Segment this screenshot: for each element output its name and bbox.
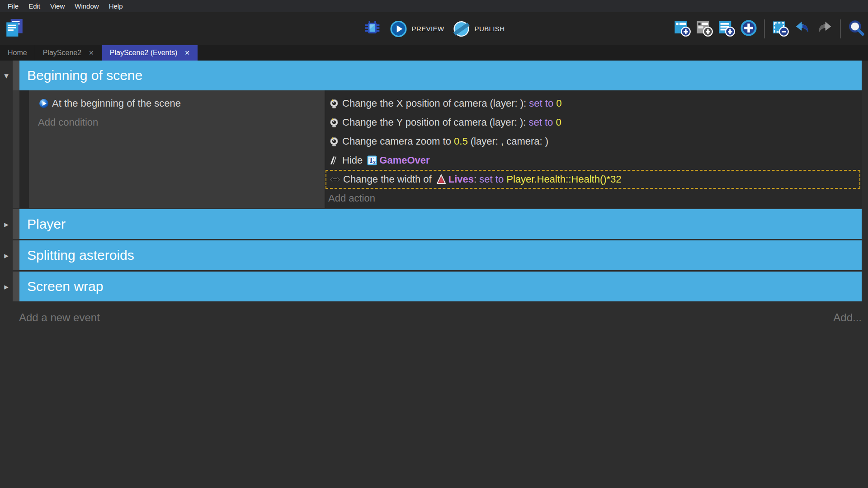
event-group-screen-wrap: ▸Screen wrap: [0, 272, 868, 301]
event-group-player: ▸Player: [0, 209, 868, 239]
preview-play-icon: [390, 20, 408, 38]
toolbar-right-group: [673, 12, 865, 45]
menu-item-file[interactable]: File: [3, 0, 24, 12]
toggle-event-disabled-icon: [772, 19, 789, 38]
tab-close-icon[interactable]: ✕: [184, 49, 190, 56]
event-group-header[interactable]: Splitting asteroids: [19, 240, 862, 270]
main-toolbar: PREVIEW PUBLISH: [0, 12, 868, 45]
add-condition-link[interactable]: Add condition: [29, 113, 325, 132]
project-manager-icon: [4, 18, 25, 40]
event-content: At the beginning of the sceneAdd conditi…: [19, 90, 862, 208]
width-icon: [329, 174, 341, 185]
event-expander[interactable]: ▸: [0, 240, 13, 270]
event-beginning-of-scene: ▾ Beginning of scene At the beginning of…: [0, 61, 868, 208]
add-subevent-icon: [696, 19, 713, 38]
action-text-part: (layer: , camera: ): [468, 136, 548, 147]
menu-item-window[interactable]: Window: [70, 0, 104, 12]
text-object-icon: Tx: [366, 155, 378, 166]
add-other-event-button[interactable]: [740, 20, 758, 38]
toolbar-center-group: PREVIEW PUBLISH: [363, 12, 505, 45]
action-row[interactable]: Change the X position of camera (layer: …: [326, 94, 862, 113]
action-text-part: Change the width of: [343, 174, 434, 185]
tab-label: Home: [8, 49, 27, 57]
add-new-event-link[interactable]: Add a new event: [19, 311, 100, 324]
tab-label: PlayScene2 (Events): [110, 49, 177, 57]
add-comment-button[interactable]: [717, 20, 736, 38]
menu-bar: FileEditViewWindowHelp: [0, 0, 868, 12]
action-row[interactable]: Change the width of Lives: set to Player…: [326, 170, 860, 189]
add-action-link[interactable]: Add action: [326, 189, 862, 208]
action-text-part: Player.Health::Health()*32: [504, 174, 621, 185]
action-text-part: Lives: [448, 174, 474, 185]
camera-icon: [328, 136, 340, 147]
add-other-event-icon: [740, 19, 757, 38]
publish-button[interactable]: PUBLISH: [452, 20, 505, 38]
search-icon: [848, 19, 865, 38]
action-row[interactable]: Hide TxGameOver: [326, 151, 862, 170]
publish-label: PUBLISH: [474, 25, 505, 33]
event-expander[interactable]: ▸: [0, 209, 13, 239]
redo-icon: [816, 19, 833, 38]
debug-button[interactable]: [363, 20, 382, 38]
action-text-part: Change the X position of camera (layer: …: [342, 98, 529, 109]
event-main: Screen wrap: [19, 272, 862, 301]
tab-label: PlayScene2: [43, 49, 81, 57]
tab-close-icon[interactable]: ✕: [89, 49, 94, 56]
action-text-part: 0.5: [454, 136, 468, 147]
svg-text:x: x: [373, 160, 376, 164]
tab-bar: HomePlayScene2✕PlayScene2 (Events)✕: [0, 45, 868, 61]
add-event-button[interactable]: [673, 20, 691, 38]
event-drag-handle[interactable]: [13, 209, 19, 239]
add-more-button[interactable]: Add...: [833, 311, 862, 324]
menu-item-view[interactable]: View: [45, 0, 70, 12]
menu-item-help[interactable]: Help: [104, 0, 128, 12]
event-drag-handle[interactable]: [13, 272, 19, 301]
event-group-header[interactable]: Player: [19, 209, 862, 239]
event-main: Splitting asteroids: [19, 240, 862, 270]
menu-item-edit[interactable]: Edit: [24, 0, 45, 12]
debug-icon: [364, 19, 381, 38]
event-indent: [19, 90, 29, 208]
action-text-part: Change camera zoom to: [342, 136, 454, 147]
add-subevent-button[interactable]: [695, 20, 713, 38]
search-button[interactable]: [847, 20, 865, 38]
event-group-header[interactable]: Beginning of scene: [19, 61, 862, 90]
event-group-header[interactable]: Screen wrap: [19, 272, 862, 301]
action-text-part: GameOver: [379, 155, 429, 166]
preview-label: PREVIEW: [412, 25, 444, 33]
tab-playscene2-events[interactable]: PlayScene2 (Events)✕: [102, 45, 198, 61]
event-expander[interactable]: ▾: [0, 61, 13, 90]
undo-icon: [794, 19, 811, 38]
action-row[interactable]: Change the Y position of camera (layer: …: [326, 113, 862, 132]
undo-button[interactable]: [793, 20, 811, 38]
toggle-event-disabled-button[interactable]: [771, 20, 789, 38]
camera-icon: [328, 117, 340, 128]
event-group-splitting-asteroids: ▸Splitting asteroids: [0, 240, 868, 270]
project-manager-button[interactable]: [4, 17, 25, 41]
preview-button[interactable]: PREVIEW: [390, 20, 444, 38]
action-text-part: 0: [553, 98, 561, 109]
action-text-part: Hide: [342, 155, 365, 166]
condition-text-part: At the beginning of the scene: [52, 98, 181, 109]
add-event-row: Add a new event Add...: [0, 311, 868, 324]
event-main: Beginning of scene At the beginning of t…: [19, 61, 862, 208]
tab-playscene2[interactable]: PlayScene2✕: [35, 45, 102, 61]
event-expander[interactable]: ▸: [0, 272, 13, 301]
condition-row[interactable]: At the beginning of the scene: [29, 94, 325, 113]
redo-button[interactable]: [816, 20, 834, 38]
event-drag-handle[interactable]: [13, 240, 19, 270]
toolbar-separator: [840, 19, 841, 38]
action-text-part: 0: [553, 117, 561, 128]
toolbar-separator: [764, 19, 765, 38]
visibility-off-icon: [328, 155, 340, 166]
add-event-icon: [674, 19, 691, 38]
conditions-panel: At the beginning of the sceneAdd conditi…: [29, 90, 325, 208]
actions-panel: Change the X position of camera (layer: …: [325, 90, 862, 208]
action-row[interactable]: Change camera zoom to 0.5 (layer: , came…: [326, 132, 862, 151]
tab-home[interactable]: Home: [0, 45, 35, 61]
event-main: Player: [19, 209, 862, 239]
events-sheet: ▾ Beginning of scene At the beginning of…: [0, 61, 868, 324]
event-drag-handle[interactable]: [13, 61, 19, 208]
publish-globe-icon: [452, 20, 470, 38]
action-text-part: set to: [529, 98, 553, 109]
